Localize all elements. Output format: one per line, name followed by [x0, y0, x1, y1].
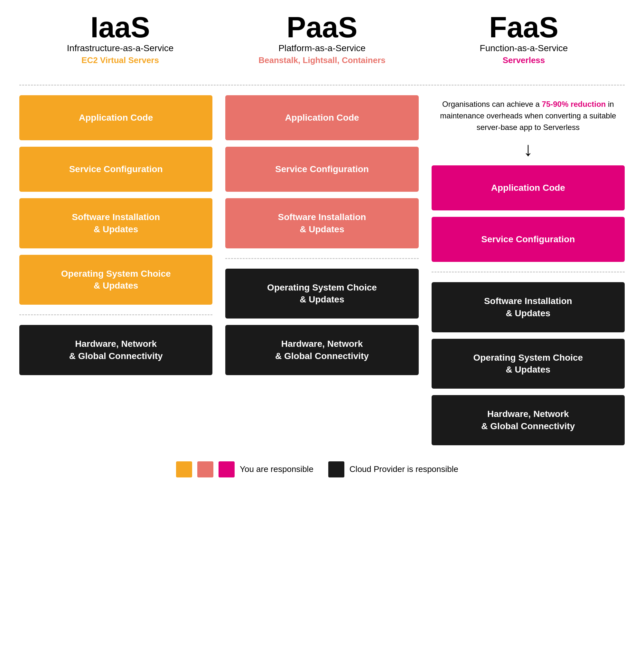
- faas-tag: Serverless: [429, 55, 618, 65]
- legend-responsible-label: You are responsible: [240, 464, 314, 474]
- iaas-tag: EC2 Virtual Servers: [26, 55, 215, 65]
- iaas-title: IaaS: [26, 13, 215, 42]
- faas-software-install-card: Software Installation& Updates: [432, 282, 625, 332]
- paas-app-code-card: Application Code: [225, 95, 418, 140]
- legend-swatch-salmon: [197, 461, 213, 477]
- paas-divider: [225, 258, 418, 259]
- main-grid: Application Code Service Configuration S…: [19, 95, 625, 445]
- paas-hardware-card: Hardware, Network& Global Connectivity: [225, 325, 418, 375]
- faas-arrow: ↓: [432, 140, 625, 159]
- legend-swatch-black: [328, 461, 344, 477]
- iaas-subtitle: Infrastructure-as-a-Service: [26, 43, 215, 53]
- iaas-os-choice-card: Operating System Choice& Updates: [19, 255, 212, 305]
- faas-hardware-card: Hardware, Network& Global Connectivity: [432, 395, 625, 445]
- legend: You are responsible Cloud Provider is re…: [176, 461, 468, 477]
- faas-subtitle: Function-as-a-Service: [429, 43, 618, 53]
- header: IaaS Infrastructure-as-a-Service EC2 Vir…: [19, 13, 625, 65]
- legend-swatch-yellow: [176, 461, 192, 477]
- paas-header: PaaS Platform-as-a-Service Beanstalk, Li…: [221, 13, 423, 65]
- faas-reduction-text: 75-90% reduction: [542, 100, 606, 109]
- paas-software-install-card: Software Installation& Updates: [225, 198, 418, 249]
- iaas-hardware-card: Hardware, Network& Global Connectivity: [19, 325, 212, 375]
- iaas-software-install-card: Software Installation& Updates: [19, 198, 212, 249]
- faas-title: FaaS: [429, 13, 618, 42]
- paas-tag: Beanstalk, Lightsall, Containers: [228, 55, 416, 65]
- faas-os-choice-card: Operating System Choice& Updates: [432, 339, 625, 389]
- faas-header: FaaS Function-as-a-Service Serverless: [423, 13, 625, 65]
- paas-subtitle: Platform-as-a-Service: [228, 43, 416, 53]
- faas-service-config-card: Service Configuration: [432, 217, 625, 262]
- iaas-service-config-card: Service Configuration: [19, 147, 212, 192]
- legend-provider-label: Cloud Provider is responsible: [349, 464, 458, 474]
- paas-column: Application Code Service Configuration S…: [225, 95, 418, 375]
- iaas-header: IaaS Infrastructure-as-a-Service EC2 Vir…: [19, 13, 221, 65]
- iaas-column: Application Code Service Configuration S…: [19, 95, 212, 375]
- faas-divider: [432, 272, 625, 273]
- iaas-app-code-card: Application Code: [19, 95, 212, 140]
- faas-column: Organisations can achieve a 75-90% reduc…: [432, 95, 625, 445]
- faas-app-code-card: Application Code: [432, 165, 625, 210]
- legend-swatch-magenta: [218, 461, 235, 477]
- paas-title: PaaS: [228, 13, 416, 42]
- paas-service-config-card: Service Configuration: [225, 147, 418, 192]
- paas-os-choice-card: Operating System Choice& Updates: [225, 268, 418, 319]
- faas-note: Organisations can achieve a 75-90% reduc…: [432, 95, 625, 133]
- top-divider: [19, 85, 625, 86]
- iaas-divider: [19, 314, 212, 315]
